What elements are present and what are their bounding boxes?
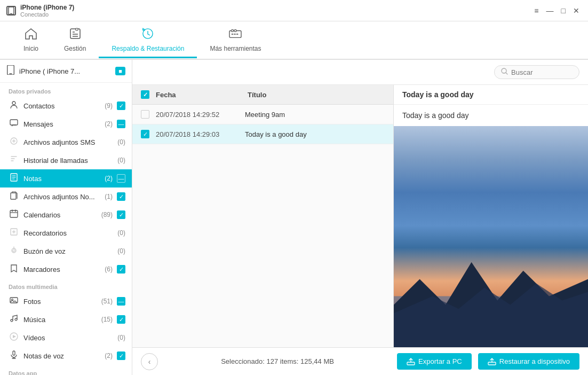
notas-voz-checkbox[interactable]: ✓	[117, 351, 125, 360]
table-area: ✓ Fecha Título 20/07/2018 14:29:52 Meeti…	[132, 85, 588, 347]
sidebar-item-videos[interactable]: Vídeos (0)	[0, 329, 132, 347]
back-icon: ‹	[148, 357, 151, 366]
svg-rect-6	[232, 29, 234, 32]
close-icon[interactable]: ✕	[571, 5, 582, 16]
menu-icon[interactable]: ≡	[532, 5, 541, 16]
svg-rect-11	[10, 120, 18, 125]
right-panel: ✓ Fecha Título 20/07/2018 14:29:52 Meeti…	[132, 60, 588, 375]
videos-icon	[9, 332, 19, 343]
sidebar-item-recordatorios[interactable]: Recordatorios (0)	[0, 224, 132, 242]
device-name: iPhone (iPhone 7)	[20, 4, 74, 11]
svg-rect-0	[9, 7, 14, 14]
buzon-count: (0)	[117, 247, 125, 255]
nav-herramientas[interactable]: Más herramientas	[197, 24, 274, 58]
adjuntos-sms-count: (0)	[117, 138, 125, 146]
search-bar	[132, 60, 588, 85]
archivos-notas-label: Archivos adjuntos No...	[23, 193, 100, 201]
nav-gestion[interactable]: Gestión	[51, 24, 99, 58]
nav-herramientas-label: Más herramientas	[210, 45, 261, 52]
sidebar-item-adjuntos-sms[interactable]: Archivos adjuntos SMS (0)	[0, 133, 132, 151]
sidebar-item-notas[interactable]: Notas (2) —	[0, 169, 132, 188]
svg-point-18	[13, 249, 15, 252]
notas-count: (2)	[105, 175, 113, 182]
title-bar-left: iPhone (iPhone 7) Conectado	[6, 4, 74, 18]
sidebar-item-notas-voz[interactable]: Notas de voz (2) ✓	[0, 347, 132, 365]
nav-inicio[interactable]: Inicio	[11, 24, 51, 58]
notas-icon	[9, 173, 19, 184]
notas-checkbox[interactable]: —	[117, 174, 125, 183]
herramientas-icon	[228, 28, 242, 43]
archivos-notas-icon	[9, 191, 19, 202]
mensajes-label: Mensajes	[23, 120, 100, 128]
search-wrap[interactable]	[494, 65, 579, 79]
sidebar-item-contactos[interactable]: Contactos (9) ✓	[0, 97, 132, 115]
bottom-bar: ‹ Seleccionado: 127 items: 125,44 MB Exp…	[132, 347, 588, 375]
sidebar-item-fotos[interactable]: Fotos (51) —	[0, 292, 132, 310]
preview-panel: Today is a good day Today is a good day	[394, 85, 588, 347]
row2-checkbox[interactable]: ✓	[141, 130, 149, 138]
search-input[interactable]	[511, 68, 575, 76]
sidebar-item-calendarios[interactable]: Calendarios (89) ✓	[0, 206, 132, 224]
table-row[interactable]: ✓ 20/07/2018 14:29:03 Today is a good da…	[132, 124, 393, 144]
sidebar-item-musica[interactable]: Música (15) ✓	[0, 310, 132, 329]
sidebar-item-historial[interactable]: Historial de llamadas (0)	[0, 151, 132, 169]
back-button[interactable]: ‹	[141, 353, 158, 370]
sidebar-device-name: iPhone ( iPhone 7...	[19, 67, 111, 75]
restore-button[interactable]: Restaurar a dispositivo	[478, 353, 579, 370]
header-checkbox[interactable]: ✓	[141, 90, 149, 99]
title-bar: iPhone (iPhone 7) Conectado ≡ — □ ✕	[0, 0, 588, 21]
marcadores-count: (6)	[105, 265, 113, 273]
maximize-icon[interactable]: □	[559, 5, 568, 16]
contactos-checkbox[interactable]: ✓	[117, 101, 125, 110]
marcadores-checkbox[interactable]: ✓	[117, 265, 125, 274]
calendarios-checkbox[interactable]: ✓	[117, 210, 125, 219]
mensajes-count: (2)	[105, 120, 113, 128]
archivos-notas-count: (1)	[105, 193, 113, 200]
minimize-icon[interactable]: —	[544, 5, 556, 16]
search-icon	[501, 68, 508, 76]
sidebar: iPhone ( iPhone 7... ■ Datos privados Co…	[0, 60, 132, 375]
sidebar-item-archivos-notas[interactable]: Archivos adjuntos No... (1) ✓	[0, 188, 132, 206]
table-row[interactable]: 20/07/2018 14:29:52 Meeting 9am	[132, 105, 393, 124]
sidebar-item-buzon[interactable]: Buzón de voz (0)	[0, 242, 132, 260]
archivos-notas-checkbox[interactable]: ✓	[117, 192, 125, 201]
buzon-label: Buzón de voz	[23, 247, 113, 255]
historial-icon	[9, 155, 19, 166]
notas-label: Notas	[23, 175, 100, 183]
marcadores-label: Marcadores	[23, 265, 100, 274]
preview-image	[394, 126, 588, 347]
fotos-label: Fotos	[23, 298, 97, 306]
svg-rect-15	[10, 210, 18, 217]
row2-date: 20/07/2018 14:29:03	[156, 130, 239, 138]
th-fecha: Fecha	[156, 91, 241, 99]
recordatorios-label: Recordatorios	[23, 229, 113, 237]
gestion-icon	[69, 28, 82, 43]
fotos-icon	[9, 296, 19, 307]
respaldo-icon	[141, 28, 154, 43]
row1-checkbox[interactable]	[141, 110, 149, 119]
sidebar-item-marcadores[interactable]: Marcadores (6) ✓	[0, 260, 132, 278]
svg-rect-32	[407, 362, 415, 365]
musica-checkbox[interactable]: ✓	[117, 315, 125, 324]
window-controls[interactable]: ≡ — □ ✕	[532, 5, 582, 16]
sidebar-header[interactable]: iPhone ( iPhone 7... ■	[0, 60, 132, 83]
svg-rect-9	[9, 73, 12, 74]
sidebar-badge: ■	[115, 67, 125, 75]
sidebar-device-icon	[6, 65, 15, 77]
fotos-checkbox[interactable]: —	[117, 297, 125, 306]
calendarios-count: (89)	[101, 211, 113, 218]
musica-label: Música	[23, 316, 97, 324]
sidebar-item-mensajes[interactable]: Mensajes (2) —	[0, 115, 132, 133]
restore-label: Restaurar a dispositivo	[499, 357, 570, 365]
preview-photo	[394, 126, 588, 347]
section-datos-app: Datos app	[0, 365, 132, 375]
notas-voz-count: (2)	[105, 352, 113, 360]
svg-rect-3	[76, 28, 78, 30]
nav-respaldo[interactable]: Respaldo & Restauración	[99, 24, 197, 58]
table-section: ✓ Fecha Título 20/07/2018 14:29:52 Meeti…	[132, 85, 394, 347]
contactos-count: (9)	[105, 102, 113, 110]
adjuntos-sms-icon	[9, 137, 19, 147]
contactos-icon	[9, 100, 19, 111]
mensajes-checkbox[interactable]: —	[117, 120, 125, 128]
export-button[interactable]: Exportar a PC	[397, 353, 472, 370]
